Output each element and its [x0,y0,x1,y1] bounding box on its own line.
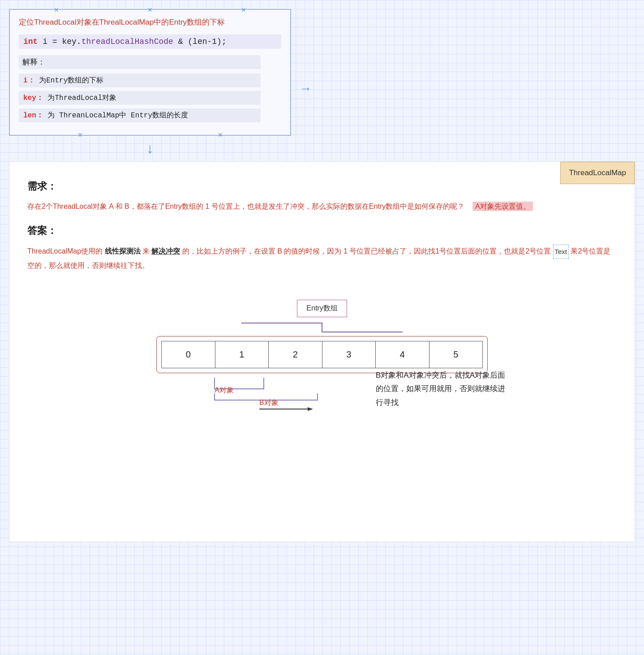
answer-text-2: 来 [142,247,150,255]
conflict-text: 存在2个ThreadLocal对象 A 和 B，都落在了Entry数组的 1 号… [27,200,617,213]
keyword-int: int [23,37,38,46]
array-diagram: Entry数组 0 1 2 3 4 5 [27,300,617,406]
resolve-conflict-text: 解决冲突 [151,247,180,255]
exp-desc-key: 为ThreadLocal对象 [47,94,116,102]
code-method: threadLocalHashCode [82,37,173,46]
cross-marks-bottom: ✕ ✕ [10,131,290,138]
brace-top [237,321,407,334]
cross-b2: ✕ [218,131,223,138]
cross-3: ✕ [241,6,246,13]
answer-text: ThreadLocalMap使用的 线性探测法 来 解决冲突 的，比如上方的例子… [27,245,617,273]
exp-item-len: len： 为 ThreanLocalMap中 Entry数组的长度 [19,108,261,122]
explanation-label: 解释： [19,55,261,69]
exp-desc-len: 为 ThreanLocalMap中 Entry数组的长度 [47,112,188,120]
answer-section: 答案： ThreadLocalMap使用的 线性探测法 来 解决冲突 的，比如上… [27,224,617,273]
down-arrow: ↓ [9,136,291,161]
text-cursor: Text [553,245,569,259]
exp-item-key: key： 为ThreadLocal对象 [19,91,261,105]
b-arrow-container [259,405,313,413]
conflict-note: B对象和A对象冲突后，就找A对象后面 的位置，如果可用就用，否则就继续进 行寻找 [376,369,546,410]
cell-3: 3 [322,341,376,368]
cross-1: ✕ [54,6,59,13]
svg-marker-2 [308,407,313,411]
annotation-area: A对象 B对象 B对象和A对象冲突后，就找A对象后面 的位置，如果可用就用，否则… [156,373,488,406]
answer-text-1: ThreadLocalMap使用的 [27,247,103,255]
a-label: A对象 [215,386,234,395]
cell-2: 2 [269,341,322,368]
exp-key-len: len： [23,112,43,120]
answer-text-3: 的，比如上方的例子，在设置 B 的值的时候，因为 1 号位置已经被占了，因此找1… [182,247,551,255]
cell-4: 4 [376,341,429,368]
cell-0: 0 [161,341,215,368]
b-arrow [259,405,313,413]
threadlocalmap-badge: ThreadLocalMap [560,162,635,184]
code-box-title: 定位ThreadLocal对象在ThrealLocalMap中的Entry数组的… [19,17,281,27]
code-line: int i = key.threadLocalHashCode & (len-1… [19,34,281,49]
need-heading: 需求： [27,180,617,193]
conflict-note-line1: B对象和A对象冲突后，就找A对象后面 [376,369,546,383]
answer-heading: 答案： [27,224,617,237]
cross-2: ✕ [147,6,153,13]
exp-item-i: i： 为Entry数组的下标 [19,73,261,87]
highlight-text: A对象先设置值。 [472,202,533,211]
top-section: ✕ ✕ ✕ 定位ThreadLocal对象在ThrealLocalMap中的En… [9,9,635,161]
cell-5: 5 [429,341,483,368]
exp-key-i: i： [23,77,35,85]
exp-desc-i: 为Entry数组的下标 [39,77,103,85]
array-label-box: Entry数组 [297,300,347,317]
code-plain-1: i = key. [43,37,81,46]
array-container: 0 1 2 3 4 5 [156,336,488,373]
code-plain-2: & (len-1); [173,37,227,46]
exp-key-key: key： [23,94,43,102]
cross-b1: ✕ [77,131,83,138]
explanation-section: 解释： i： 为Entry数组的下标 key： 为ThreadLocal对象 l… [19,55,281,122]
code-box: ✕ ✕ ✕ 定位ThreadLocal对象在ThrealLocalMap中的En… [9,9,291,136]
conflict-note-line2: 的位置，如果可用就用，否则就继续进 [376,382,546,396]
cell-1: 1 [215,341,269,368]
conflict-note-line3: 行寻找 [376,396,546,410]
arrow-left: ← [0,82,1,96]
linear-probe-text: 线性探测法 [105,247,142,255]
page-wrapper: ✕ ✕ ✕ 定位ThreadLocal对象在ThrealLocalMap中的En… [9,9,635,542]
bottom-section: ThreadLocalMap 需求： 存在2个ThreadLocal对象 A 和… [9,161,635,542]
conflict-text-main: 存在2个ThreadLocal对象 A 和 B，都落在了Entry数组的 1 号… [27,203,464,210]
arrow-right: → [299,82,312,96]
cross-marks-top: ✕ ✕ ✕ [10,6,290,13]
